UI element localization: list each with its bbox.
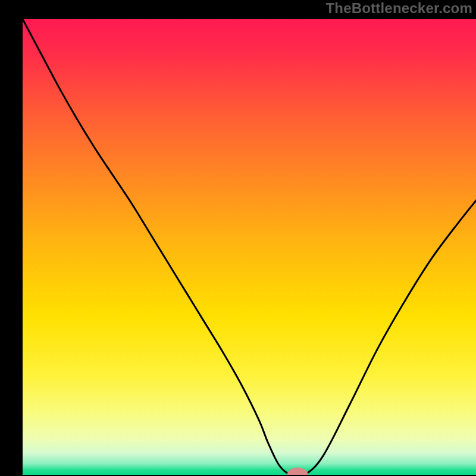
chart-container: TheBottlenecker.com bbox=[0, 0, 476, 476]
gradient-background bbox=[23, 19, 476, 475]
bottleneck-chart bbox=[0, 0, 476, 476]
plot-area bbox=[0, 0, 476, 476]
watermark-text: TheBottlenecker.com bbox=[325, 0, 472, 17]
